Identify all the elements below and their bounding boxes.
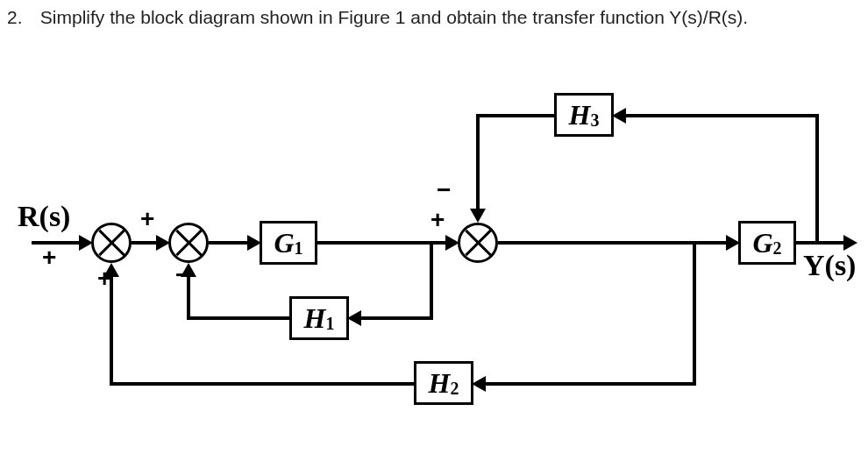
input-label: R(s) [18, 200, 70, 233]
wire-pickoff-h2-v [693, 241, 696, 386]
wire-h3-s3-v [476, 114, 480, 210]
s3-sign-top: − [437, 176, 451, 204]
h1-sub: 1 [325, 314, 334, 334]
block-g2: G2 [738, 221, 796, 265]
s1-sign-left: + [42, 244, 56, 272]
wire-s2-g1 [209, 241, 251, 245]
question-body: Simplify the block diagram shown in Figu… [40, 7, 748, 27]
s2-sign-top: + [140, 205, 154, 233]
wire-h3-out-h [476, 114, 557, 117]
question-text: 2. Simplify the block diagram shown in F… [7, 7, 748, 28]
block-h3: H3 [554, 93, 614, 137]
wire-h1-s2-h [187, 316, 290, 320]
h3-sub: 3 [590, 110, 599, 131]
g2-sub: 2 [773, 238, 782, 259]
wire-g2-out [796, 241, 849, 245]
arrow-h1-in [347, 310, 361, 326]
wire-input [32, 241, 84, 245]
sum-point-1 [91, 223, 132, 263]
block-diagram: R(s) + + + − G1 + − G2 Y(s) [0, 61, 868, 447]
sum-point-2 [168, 223, 209, 263]
g2-base: G [752, 227, 772, 259]
block-h2: H2 [414, 361, 473, 405]
arrow-h2-s1 [103, 263, 119, 277]
s3-sign-left: + [430, 206, 445, 234]
arrow-h1-s2 [181, 263, 196, 277]
wire-h2-s1-v [110, 275, 113, 386]
wire-h1-s2-v [187, 275, 190, 320]
h3-base: H [569, 99, 591, 131]
sum-point-3 [458, 223, 498, 263]
h2-sub: 2 [450, 379, 459, 399]
wire-h2-s1-h [110, 382, 415, 386]
wire-out-h3-v [815, 114, 819, 245]
g1-sub: 1 [295, 238, 303, 259]
g1-base: G [274, 227, 294, 259]
arrow-h3-s3 [470, 209, 486, 223]
block-h1: H1 [289, 296, 349, 340]
arrow-h3-in [612, 108, 626, 124]
wire-pickoff-h1-v [430, 241, 433, 320]
question-number: 2. [7, 7, 35, 28]
wire-out-h3-h [624, 114, 819, 117]
h1-base: H [304, 302, 326, 335]
wire-pickoff-h2-h [484, 382, 696, 386]
block-g1: G1 [260, 221, 317, 265]
h2-base: H [429, 367, 451, 400]
output-label: Y(s) [803, 249, 856, 282]
wire-pickoff-h1-h [359, 316, 433, 320]
arrow-h2-in [472, 376, 486, 392]
